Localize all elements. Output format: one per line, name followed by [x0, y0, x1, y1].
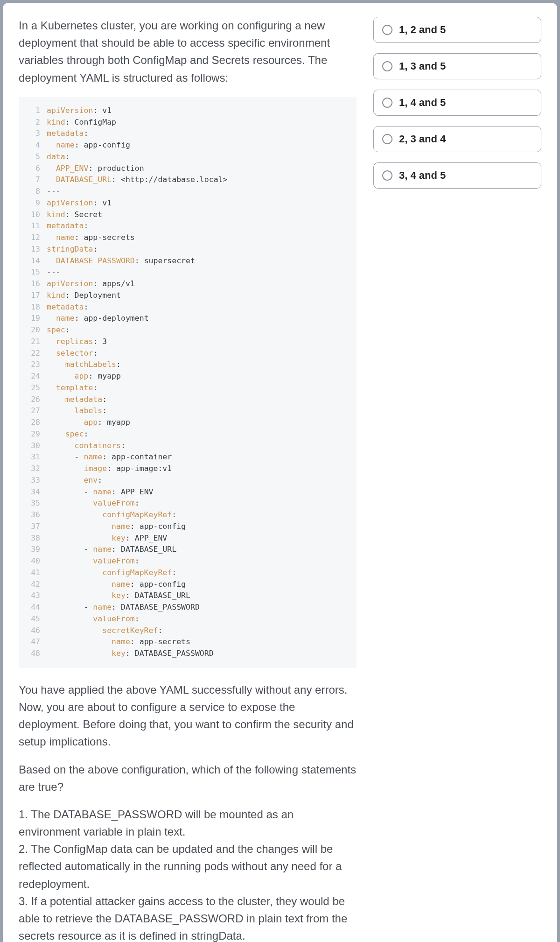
- line-number: 1: [23, 105, 47, 117]
- code-line: 39 - name: DATABASE_URL: [23, 544, 348, 555]
- line-number: 24: [23, 371, 47, 382]
- code-line: 23 matchLabels:: [23, 359, 348, 371]
- line-number: 27: [23, 405, 47, 417]
- code-text: data:: [47, 151, 70, 163]
- code-text: spec:: [47, 429, 88, 440]
- statement-item: 1. The DATABASE_PASSWORD will be mounted…: [19, 806, 357, 840]
- code-line: 7 DATABASE_URL: <http://database.local>: [23, 174, 348, 186]
- code-line: 8---: [23, 186, 348, 197]
- code-line: 17kind: Deployment: [23, 290, 348, 302]
- line-number: 19: [23, 313, 47, 324]
- line-number: 16: [23, 278, 47, 290]
- code-text: name: app-config: [47, 521, 186, 533]
- line-number: 34: [23, 486, 47, 498]
- line-number: 9: [23, 197, 47, 209]
- question-followup-2: Based on the above configuration, which …: [19, 761, 357, 795]
- answer-option-label: 1, 4 and 5: [399, 97, 446, 109]
- code-text: name: app-config: [47, 579, 186, 591]
- line-number: 26: [23, 394, 47, 406]
- code-line: 5data:: [23, 151, 348, 163]
- code-line: 13stringData:: [23, 244, 348, 255]
- answer-option-label: 3, 4 and 5: [399, 169, 446, 182]
- line-number: 7: [23, 174, 47, 186]
- line-number: 11: [23, 220, 47, 232]
- code-line: 25 template:: [23, 382, 348, 394]
- code-text: ---: [47, 267, 61, 278]
- code-text: - name: APP_ENV: [47, 486, 154, 498]
- code-line: 48 key: DATABASE_PASSWORD: [23, 648, 348, 660]
- code-line: 2kind: ConfigMap: [23, 117, 348, 128]
- code-text: metadata:: [47, 220, 88, 232]
- code-line: 14 DATABASE_PASSWORD: supersecret: [23, 255, 348, 267]
- line-number: 38: [23, 533, 47, 544]
- code-text: key: DATABASE_PASSWORD: [47, 648, 214, 660]
- code-line: 4 name: app-config: [23, 140, 348, 151]
- code-text: apiVersion: v1: [47, 197, 112, 209]
- radio-icon: [382, 170, 392, 181]
- question-card: In a Kubernetes cluster, you are working…: [0, 0, 560, 942]
- answer-options: 1, 2 and 51, 3 and 51, 4 and 52, 3 and 4…: [373, 17, 541, 942]
- line-number: 40: [23, 555, 47, 567]
- answer-option[interactable]: 1, 3 and 5: [373, 53, 541, 79]
- line-number: 31: [23, 451, 47, 463]
- line-number: 18: [23, 302, 47, 313]
- code-line: 37 name: app-config: [23, 521, 348, 533]
- code-line: 12 name: app-secrets: [23, 232, 348, 244]
- line-number: 2: [23, 117, 47, 128]
- code-line: 42 name: app-config: [23, 579, 348, 591]
- question-followup-1: You have applied the above YAML successf…: [19, 681, 357, 751]
- line-number: 37: [23, 521, 47, 533]
- line-number: 6: [23, 163, 47, 175]
- code-line: 19 name: app-deployment: [23, 313, 348, 324]
- line-number: 12: [23, 232, 47, 244]
- code-text: template:: [47, 382, 98, 394]
- radio-icon: [382, 98, 392, 108]
- line-number: 29: [23, 429, 47, 440]
- code-text: kind: Secret: [47, 209, 102, 221]
- code-text: key: APP_ENV: [47, 533, 167, 544]
- line-number: 33: [23, 475, 47, 486]
- radio-icon: [382, 134, 392, 144]
- answer-option[interactable]: 1, 4 and 5: [373, 90, 541, 116]
- answer-option[interactable]: 2, 3 and 4: [373, 126, 541, 152]
- line-number: 47: [23, 636, 47, 648]
- code-text: image: app-image:v1: [47, 463, 172, 475]
- statement-item: 2. The ConfigMap data can be updated and…: [19, 840, 357, 893]
- code-text: name: app-config: [47, 140, 130, 151]
- code-text: app: myapp: [47, 417, 130, 429]
- line-number: 3: [23, 128, 47, 140]
- line-number: 13: [23, 244, 47, 255]
- answer-option[interactable]: 1, 2 and 5: [373, 17, 541, 43]
- statements-list: 1. The DATABASE_PASSWORD will be mounted…: [19, 806, 357, 942]
- code-line: 26 metadata:: [23, 394, 348, 406]
- answer-option[interactable]: 3, 4 and 5: [373, 162, 541, 189]
- code-text: - name: DATABASE_URL: [47, 544, 176, 555]
- line-number: 21: [23, 336, 47, 348]
- code-line: 10kind: Secret: [23, 209, 348, 221]
- answer-option-label: 1, 3 and 5: [399, 60, 446, 72]
- code-text: valueFrom:: [47, 613, 140, 625]
- answer-option-label: 2, 3 and 4: [399, 133, 446, 145]
- code-line: 15---: [23, 267, 348, 278]
- code-line: 46 secretKeyRef:: [23, 625, 348, 637]
- line-number: 25: [23, 382, 47, 394]
- code-line: 36 configMapKeyRef:: [23, 509, 348, 521]
- code-text: env:: [47, 475, 102, 486]
- line-number: 41: [23, 567, 47, 579]
- line-number: 20: [23, 324, 47, 336]
- code-line: 33 env:: [23, 475, 348, 486]
- code-line: 47 name: app-secrets: [23, 636, 348, 648]
- code-text: name: app-deployment: [47, 313, 149, 324]
- line-number: 32: [23, 463, 47, 475]
- code-line: 30 containers:: [23, 440, 348, 452]
- code-line: 18metadata:: [23, 302, 348, 313]
- code-line: 44 - name: DATABASE_PASSWORD: [23, 602, 348, 613]
- line-number: 45: [23, 613, 47, 625]
- code-text: containers:: [47, 440, 126, 452]
- line-number: 4: [23, 140, 47, 151]
- line-number: 17: [23, 290, 47, 302]
- code-text: stringData:: [47, 244, 98, 255]
- code-text: kind: Deployment: [47, 290, 121, 302]
- code-line: 40 valueFrom:: [23, 555, 348, 567]
- code-line: 21 replicas: 3: [23, 336, 348, 348]
